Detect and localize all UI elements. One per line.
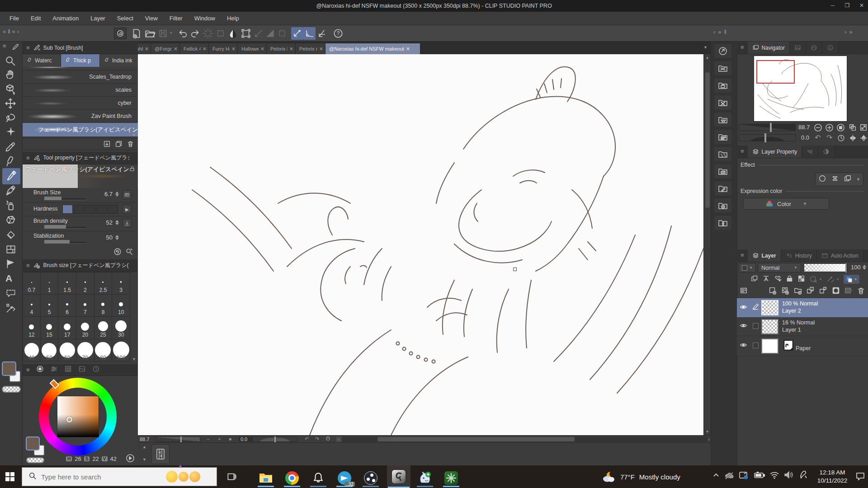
layer-opacity-spinner[interactable] bbox=[863, 265, 866, 270]
layer-thumbnail[interactable] bbox=[761, 319, 778, 334]
eraser-tool[interactable] bbox=[5, 230, 16, 242]
open-file-icon[interactable] bbox=[145, 28, 156, 40]
brush-size-cell[interactable]: 5 bbox=[41, 295, 59, 317]
taskbar-app-notifications[interactable] bbox=[308, 469, 328, 487]
action-center-icon[interactable] bbox=[855, 472, 865, 483]
brush-size-cell[interactable]: 17 bbox=[58, 317, 76, 339]
scroll-down-icon[interactable]: ▼ bbox=[704, 430, 711, 434]
sv-square[interactable] bbox=[57, 396, 99, 437]
rotate-reset-icon[interactable] bbox=[326, 436, 330, 442]
undo-icon[interactable] bbox=[177, 28, 188, 41]
create-mask-icon[interactable] bbox=[831, 286, 840, 297]
effect-tone-icon[interactable] bbox=[831, 174, 839, 184]
new-vector-layer-icon[interactable] bbox=[781, 286, 790, 297]
zoom-out-icon[interactable]: − bbox=[207, 436, 209, 442]
brush-row[interactable]: cyber bbox=[23, 97, 138, 110]
lock-icon[interactable] bbox=[129, 165, 135, 174]
brush-size-cell[interactable]: 7 bbox=[76, 295, 94, 317]
layer-list-options-icon[interactable] bbox=[740, 286, 748, 296]
doc-tab[interactable]: Halloween YCH✕ bbox=[238, 43, 267, 54]
stabilization-slider[interactable] bbox=[44, 242, 86, 244]
ruler-range-icon[interactable]: ▼ bbox=[826, 275, 840, 284]
canvas-hscrollbar[interactable] bbox=[342, 436, 707, 442]
brush-size-cell[interactable]: 6 bbox=[58, 295, 76, 317]
lasso-tool[interactable] bbox=[5, 112, 16, 126]
save-dropdown-chevron-icon[interactable]: ▼ bbox=[169, 31, 173, 35]
brush-size-spinner[interactable] bbox=[115, 192, 119, 197]
tool-settings-icon[interactable] bbox=[125, 248, 133, 256]
material-folder-image-button[interactable] bbox=[714, 78, 732, 93]
strip-up-icon[interactable]: ▲ bbox=[142, 445, 146, 449]
brush-size-cell[interactable]: 25 bbox=[94, 317, 113, 339]
brush-size-cell[interactable]: 30 bbox=[112, 317, 130, 339]
layer-opacity-slider[interactable] bbox=[804, 263, 847, 272]
subtool-group-india-ink[interactable]: India ink bbox=[100, 54, 138, 67]
move-tool[interactable] bbox=[5, 98, 16, 111]
panel-menu-icon[interactable]: ≡ bbox=[737, 42, 748, 54]
brush-size-cell[interactable]: 15 bbox=[41, 317, 59, 339]
operation-tool[interactable] bbox=[5, 83, 16, 97]
material-folder-color-pattern-button[interactable] bbox=[714, 129, 732, 145]
material-folder-brush-button[interactable] bbox=[714, 61, 732, 76]
nav-flip-vertical-icon[interactable] bbox=[860, 134, 868, 144]
subtool-group-thick-paint[interactable]: Thick p bbox=[61, 54, 100, 67]
tab-close-icon[interactable]: ✕ bbox=[174, 46, 178, 52]
taskbar-app-green-star[interactable] bbox=[441, 469, 461, 487]
layer-name[interactable]: Paper bbox=[796, 345, 811, 352]
task-view-button[interactable] bbox=[226, 471, 239, 483]
canvas-rotation-value[interactable]: 0.0 bbox=[239, 436, 252, 442]
material-folder-3d-button[interactable] bbox=[714, 198, 732, 213]
material-folder-edit-button[interactable] bbox=[714, 181, 732, 196]
effect-layer-color-icon[interactable] bbox=[844, 174, 852, 184]
layer-property-tab[interactable]: Layer Property bbox=[748, 145, 802, 158]
brush-size-cell[interactable]: 0.7 bbox=[23, 272, 41, 295]
taskbar-app-chrome[interactable] bbox=[282, 469, 302, 487]
blend-mode-dropdown[interactable]: Normal ▼ bbox=[758, 263, 801, 272]
layer-name[interactable]: Layer 2 bbox=[782, 308, 818, 315]
new-file-icon[interactable] bbox=[131, 28, 142, 41]
save-icon[interactable] bbox=[158, 28, 168, 40]
brush-density-slider[interactable] bbox=[44, 227, 86, 229]
taskbar-weather[interactable]: 77°F Mostly cloudy bbox=[601, 465, 710, 488]
tonal-correction-icon[interactable] bbox=[762, 275, 770, 284]
nav-zoom-out-icon[interactable] bbox=[814, 123, 822, 134]
panel-menu-icon[interactable]: ≡ bbox=[23, 44, 33, 51]
tab-close-icon[interactable]: ✕ bbox=[231, 46, 236, 52]
taskbar-app-telegram[interactable]: ..32 bbox=[335, 469, 354, 487]
nav-rotate-reset-icon[interactable] bbox=[837, 134, 845, 144]
brush-size-cell[interactable]: 8 bbox=[94, 295, 113, 317]
panel-menu-icon[interactable]: ≡ bbox=[737, 249, 748, 262]
doc-tab[interactable]: Fellick 4 version✕ bbox=[180, 43, 209, 54]
menu-window[interactable]: Window bbox=[189, 15, 221, 22]
wacom-tablet-icon[interactable] bbox=[739, 471, 749, 482]
blend-tool[interactable] bbox=[5, 214, 16, 228]
tab-close-icon[interactable]: ✕ bbox=[145, 46, 149, 52]
stabilization-spinner[interactable] bbox=[115, 235, 119, 240]
brush-tool-selected[interactable] bbox=[2, 168, 20, 184]
brush-row[interactable]: scales bbox=[23, 84, 138, 97]
layer-row-paper[interactable]: Paper bbox=[737, 336, 868, 356]
wifi-icon[interactable] bbox=[769, 471, 779, 481]
brush-list-scroll-chevron-icon[interactable]: ▼ bbox=[132, 133, 136, 137]
material-folder-scatter-button[interactable] bbox=[714, 146, 732, 162]
panel-menu-icon[interactable]: ≡ bbox=[26, 366, 30, 373]
taskbar-app-mascot[interactable] bbox=[415, 469, 435, 487]
transparent-color-swatch[interactable] bbox=[2, 386, 21, 393]
nav-zoom-in-icon[interactable] bbox=[825, 123, 834, 134]
doc-tab[interactable]: Pelorix minotaur✕ bbox=[296, 43, 326, 54]
layer-thumbnail[interactable] bbox=[761, 338, 778, 354]
color-fg-swatch[interactable] bbox=[26, 436, 40, 450]
layer-checkbox[interactable] bbox=[750, 323, 761, 331]
color-history-tab-icon[interactable] bbox=[92, 365, 100, 375]
brush-size-cell[interactable]: 60 bbox=[58, 339, 76, 362]
brush-row-partial[interactable] bbox=[23, 67, 138, 70]
search-highlights-emoji-icons[interactable] bbox=[166, 471, 200, 483]
nav-flip-horizontal-icon[interactable] bbox=[849, 134, 857, 144]
start-button[interactable] bbox=[5, 471, 16, 483]
rotate-ccw-icon[interactable]: ↶ bbox=[305, 436, 309, 442]
transform-icon[interactable] bbox=[241, 28, 251, 41]
color-slider-tab-icon[interactable] bbox=[50, 365, 58, 375]
duplicate-brush-icon[interactable] bbox=[115, 140, 123, 148]
taskbar-clock[interactable]: 12:18 AM 10/11/2022 bbox=[813, 468, 852, 486]
hscroll-right-icon[interactable]: › bbox=[708, 436, 710, 442]
